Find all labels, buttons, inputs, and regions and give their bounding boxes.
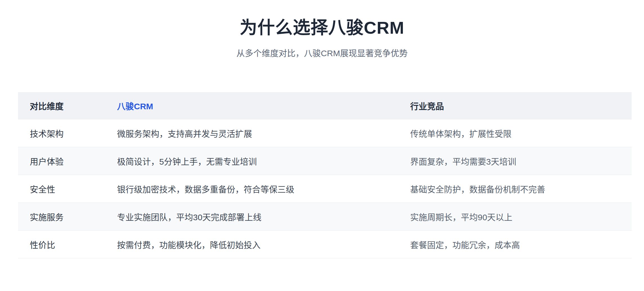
page-title: 为什么选择八骏CRM (0, 17, 644, 38)
bajun-crm-value: 专业实施团队，平均30天完成部署上线 (105, 203, 398, 230)
competitor-value: 传统单体架构，扩展性受限 (398, 119, 632, 147)
comparison-table: 对比维度 八骏CRM 行业竞品 技术架构 微服务架构，支持高并发与灵活扩展 传统… (18, 92, 632, 258)
bajun-crm-value: 极简设计，5分钟上手，无需专业培训 (105, 147, 398, 175)
row-dimension-label: 性价比 (18, 230, 105, 258)
section-header: 为什么选择八骏CRM 从多个维度对比，八骏CRM展现显著竞争优势 (0, 0, 644, 59)
competitor-value: 套餐固定，功能冗余，成本高 (398, 230, 632, 258)
bajun-crm-value: 微服务架构，支持高并发与灵活扩展 (105, 119, 398, 147)
column-header-dimension: 对比维度 (18, 92, 105, 119)
competitor-value: 基础安全防护，数据备份机制不完善 (398, 175, 632, 203)
table-row-cost-performance: 性价比 按需付费，功能模块化，降低初始投入 套餐固定，功能冗余，成本高 (18, 230, 632, 258)
row-dimension-label: 安全性 (18, 175, 105, 203)
bajun-crm-value: 银行级加密技术，数据多重备份，符合等保三级 (105, 175, 398, 203)
table-row-implementation-service: 实施服务 专业实施团队，平均30天完成部署上线 实施周期长，平均90天以上 (18, 203, 632, 230)
column-header-competitor: 行业竞品 (398, 92, 632, 119)
row-dimension-label: 用户体验 (18, 147, 105, 175)
table-row-tech-architecture: 技术架构 微服务架构，支持高并发与灵活扩展 传统单体架构，扩展性受限 (18, 119, 632, 147)
competitor-value: 实施周期长，平均90天以上 (398, 203, 632, 230)
competitor-value: 界面复杂，平均需要3天培训 (398, 147, 632, 175)
page-subtitle: 从多个维度对比，八骏CRM展现显著竞争优势 (0, 48, 644, 59)
table-row-user-experience: 用户体验 极简设计，5分钟上手，无需专业培训 界面复杂，平均需要3天培训 (18, 147, 632, 175)
comparison-table-container: 对比维度 八骏CRM 行业竞品 技术架构 微服务架构，支持高并发与灵活扩展 传统… (18, 92, 632, 258)
table-row-security: 安全性 银行级加密技术，数据多重备份，符合等保三级 基础安全防护，数据备份机制不… (18, 175, 632, 203)
column-header-bajun-crm: 八骏CRM (105, 92, 398, 119)
bajun-crm-value: 按需付费，功能模块化，降低初始投入 (105, 230, 398, 258)
row-dimension-label: 技术架构 (18, 119, 105, 147)
row-dimension-label: 实施服务 (18, 203, 105, 230)
table-header-row: 对比维度 八骏CRM 行业竞品 (18, 92, 632, 119)
